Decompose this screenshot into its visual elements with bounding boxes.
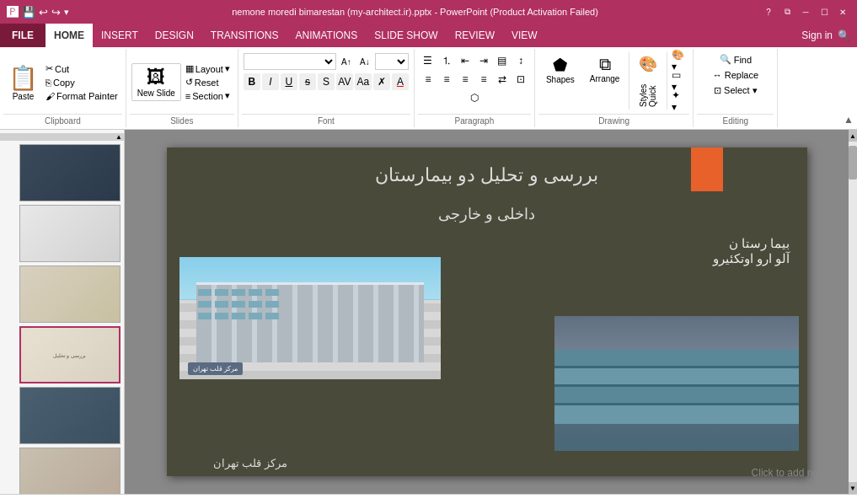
slide-thumb-27[interactable]: بررسی و تحلیل bbox=[19, 326, 121, 383]
para-row-1: ☰ ⒈ ⇤ ⇥ ▤ ↕ bbox=[420, 52, 529, 69]
tab-file[interactable]: FILE bbox=[0, 24, 46, 47]
numbering-button[interactable]: ⒈ bbox=[438, 52, 455, 69]
slides-content: 🖼 New Slide ▦ Layout ▾ ↺ Reset ≡ Section… bbox=[130, 51, 234, 114]
tab-review[interactable]: REVIEW bbox=[447, 24, 503, 47]
slide-thumb-26[interactable] bbox=[19, 265, 121, 323]
columns-button[interactable]: ▤ bbox=[494, 52, 511, 69]
right-scroll-up[interactable]: ▲ bbox=[849, 130, 857, 142]
minimize-button[interactable]: ─ bbox=[798, 4, 813, 19]
building-left-caption[interactable]: مرکز قلب تهران bbox=[213, 457, 287, 469]
justify-button[interactable]: ≡ bbox=[475, 71, 492, 88]
window-cell bbox=[232, 313, 245, 319]
font-size-decrease-icon[interactable]: A↓ bbox=[356, 53, 373, 70]
title-bar-left-icons: 🅿 💾 ↩ ↪ ▾ bbox=[7, 5, 69, 19]
right-scroll-thumb[interactable] bbox=[849, 146, 857, 180]
tab-animations[interactable]: ANIMATIONS bbox=[287, 24, 366, 47]
find-button[interactable]: 🔍 Find bbox=[715, 52, 756, 67]
slide-thumb-29[interactable] bbox=[19, 448, 121, 494]
font-size-select[interactable] bbox=[375, 53, 409, 70]
shape-fill-button[interactable]: 🎨 ▾ bbox=[671, 52, 688, 69]
ribbon-group-paragraph: ☰ ⒈ ⇤ ⇥ ▤ ↕ ≡ ≡ ≡ ≡ ⇄ ⊡ ⬡ Paragraph bbox=[415, 49, 535, 127]
align-right-button[interactable]: ≡ bbox=[420, 71, 437, 88]
notes-area[interactable]: Click to add notes bbox=[0, 494, 857, 504]
teal-building bbox=[554, 350, 799, 451]
shape-outline-button[interactable]: ▭ ▾ bbox=[671, 72, 688, 89]
building-right-sky bbox=[554, 316, 799, 350]
ribbon-group-editing: 🔍 Find ↔ Replace ⊡ Select ▾ Editing bbox=[694, 49, 778, 127]
right-scrollbar[interactable]: ▲ ▼ bbox=[849, 130, 857, 494]
slide-canvas-wrap[interactable]: بررسی و تحلیل دو بیمارستان داخلی و خارجی… bbox=[125, 130, 849, 494]
shapes-button[interactable]: ⬟ Shapes bbox=[540, 52, 581, 87]
select-button[interactable]: ⊡ Select ▾ bbox=[710, 83, 762, 98]
shadow-button[interactable]: S bbox=[318, 73, 335, 90]
line-spacing-button[interactable]: ↕ bbox=[512, 52, 529, 69]
slide-28-content bbox=[20, 388, 120, 443]
char-spacing-button[interactable]: AV bbox=[336, 73, 353, 90]
section-button[interactable]: ≡ Section ▾ bbox=[183, 89, 233, 102]
text-direction-button[interactable]: ⇄ bbox=[494, 71, 511, 88]
quick-styles-button[interactable]: 🎨 Quick Styles bbox=[633, 52, 663, 110]
slide-29-content bbox=[20, 448, 120, 494]
slide-thumb-28[interactable] bbox=[19, 387, 121, 444]
font-color-button[interactable]: A bbox=[392, 73, 409, 90]
slide-subtitle[interactable]: داخلی و خارجی bbox=[167, 205, 807, 223]
font-size-increase-icon[interactable]: A↑ bbox=[338, 53, 355, 70]
align-text-button[interactable]: ⊡ bbox=[512, 71, 529, 88]
bold-button[interactable]: B bbox=[244, 73, 260, 90]
window-cell bbox=[215, 313, 228, 319]
redo-icon[interactable]: ↪ bbox=[51, 6, 61, 19]
slides-panel: ▲ 24 25 26 27 بررسی و تحلیل bbox=[0, 130, 125, 494]
reset-button[interactable]: ↺ Reset bbox=[183, 76, 233, 88]
undo-icon[interactable]: ↩ bbox=[39, 6, 48, 19]
window-cell bbox=[249, 313, 262, 319]
add-notes-prompt[interactable]: Click to add notes bbox=[752, 467, 832, 479]
save-icon[interactable]: 💾 bbox=[22, 6, 35, 19]
tab-slideshow[interactable]: SLIDE SHOW bbox=[366, 24, 446, 47]
layout-button[interactable]: ▦ Layout ▾ bbox=[183, 62, 233, 75]
cut-button[interactable]: ✂ Cut bbox=[43, 62, 121, 75]
new-slide-button[interactable]: 🖼 New Slide bbox=[131, 63, 181, 101]
align-left-button[interactable]: ≡ bbox=[457, 71, 474, 88]
align-center-button[interactable]: ≡ bbox=[438, 71, 455, 88]
tab-home[interactable]: HOME bbox=[46, 24, 93, 47]
clear-format-button[interactable]: ✗ bbox=[373, 73, 390, 90]
copy-button[interactable]: ⎘ Copy bbox=[43, 77, 121, 88]
convert-to-smartart-button[interactable]: ⬡ bbox=[466, 89, 483, 106]
new-slide-icon: 🖼 bbox=[147, 67, 165, 88]
arrange-button[interactable]: ⧉ Arrange bbox=[584, 52, 626, 86]
paste-button[interactable]: 📋 Paste bbox=[5, 62, 41, 103]
slides-panel-scroll-up[interactable]: ▲ bbox=[0, 133, 124, 141]
change-case-button[interactable]: Aa bbox=[355, 73, 372, 90]
right-scroll-down[interactable]: ▼ bbox=[849, 482, 857, 494]
slide-title[interactable]: بررسی و تحلیل دو بیمارستان bbox=[167, 164, 807, 186]
strikethrough-button[interactable]: s bbox=[299, 73, 316, 90]
select-icon: ⊡ bbox=[714, 85, 721, 96]
font-family-select[interactable] bbox=[244, 53, 336, 70]
slide-thumb-25[interactable] bbox=[19, 205, 121, 262]
search-icon[interactable]: 🔍 bbox=[838, 29, 850, 41]
format-painter-button[interactable]: 🖌 Format Painter bbox=[43, 90, 121, 102]
tab-view[interactable]: VIEW bbox=[503, 24, 546, 47]
italic-button[interactable]: I bbox=[262, 73, 279, 90]
help-button[interactable]: ? bbox=[761, 4, 776, 19]
scroll-up-icon: ▲ bbox=[115, 133, 122, 141]
window-cell bbox=[265, 289, 279, 296]
decrease-indent-button[interactable]: ⇤ bbox=[457, 52, 474, 69]
copy-icon: ⎘ bbox=[46, 78, 51, 88]
shape-effects-button[interactable]: ✦ ▾ bbox=[671, 93, 688, 110]
underline-button[interactable]: U bbox=[281, 73, 297, 90]
increase-indent-button[interactable]: ⇥ bbox=[475, 52, 492, 69]
restore-button[interactable]: ⧉ bbox=[779, 4, 795, 19]
tab-design[interactable]: DESIGN bbox=[147, 24, 202, 47]
tab-transitions[interactable]: TRANSITIONS bbox=[202, 24, 287, 47]
close-button[interactable]: ✕ bbox=[835, 4, 850, 19]
tab-insert[interactable]: INSERT bbox=[93, 24, 147, 47]
paragraph-content: ☰ ⒈ ⇤ ⇥ ▤ ↕ ≡ ≡ ≡ ≡ ⇄ ⊡ ⬡ bbox=[418, 51, 531, 114]
building-windows bbox=[198, 289, 422, 319]
slide-thumb-24[interactable] bbox=[19, 144, 121, 201]
bullets-button[interactable]: ☰ bbox=[420, 52, 437, 69]
maximize-button[interactable]: ☐ bbox=[817, 4, 832, 19]
replace-button[interactable]: ↔ Replace bbox=[709, 68, 763, 82]
sign-in-link[interactable]: Sign in bbox=[801, 29, 833, 41]
collapse-ribbon-button[interactable]: ▲ bbox=[840, 49, 857, 127]
